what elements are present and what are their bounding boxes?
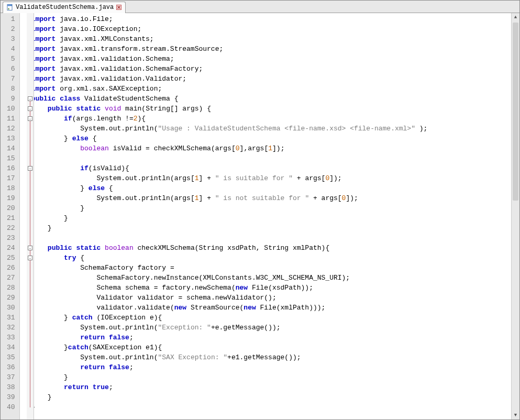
code-line[interactable]: validator.validate(new StreamSource(new …	[27, 303, 511, 313]
fold-cell	[27, 303, 34, 313]
code-line[interactable]: public static boolean checkXMLSchema(Str…	[27, 243, 511, 253]
fold-cell	[27, 84, 34, 94]
code-line[interactable]: import javax.xml.validation.Validator;	[27, 74, 511, 84]
code-line[interactable]: } else {	[27, 134, 511, 143]
fold-cell	[27, 193, 34, 203]
code-line[interactable]: import org.xml.sax.SAXException;	[27, 84, 511, 94]
line-number: 10	[1, 104, 19, 114]
editor-window: ValidateStudentSchema.java 1234567891011…	[0, 0, 520, 420]
code-line[interactable]: }	[27, 213, 511, 223]
code-line[interactable]: }	[27, 203, 511, 213]
fold-cell	[27, 124, 34, 134]
fold-toggle-icon[interactable]: -	[28, 96, 32, 101]
scrollbar-thumb[interactable]	[513, 23, 518, 201]
code-line[interactable]: Validator validator = schema.newValidato…	[27, 293, 511, 303]
line-number: 12	[1, 124, 19, 134]
fold-cell	[27, 143, 34, 153]
code-line[interactable]: SchemaFactory.newInstance(XMLConstants.W…	[27, 273, 511, 283]
code-line[interactable]: }	[27, 223, 511, 233]
code-line[interactable]: System.out.println(args[1] + " is suitab…	[27, 173, 511, 183]
line-number: 19	[1, 193, 19, 203]
svg-point-2	[8, 8, 9, 9]
file-icon	[6, 4, 14, 11]
line-number: 26	[1, 263, 19, 273]
code-line[interactable]	[27, 233, 511, 243]
line-number: 21	[1, 213, 19, 223]
fold-cell	[27, 223, 34, 233]
line-number: 9	[1, 94, 19, 104]
line-number: 30	[1, 303, 19, 313]
line-number: 35	[1, 352, 19, 362]
fold-column: ------	[27, 13, 34, 419]
fold-cell: -	[27, 114, 34, 124]
code-line[interactable]: return true;	[27, 382, 511, 392]
source-code[interactable]: import java.io.File;import java.io.IOExc…	[27, 13, 511, 419]
code-line[interactable]: }	[27, 372, 511, 382]
code-line[interactable]: System.out.println("Exception: "+e.getMe…	[27, 323, 511, 333]
fold-toggle-icon[interactable]: -	[28, 256, 32, 260]
fold-cell: -	[27, 104, 34, 114]
code-line[interactable]: public class ValidateStudentSchema {	[27, 94, 511, 104]
fold-cell	[27, 24, 34, 34]
line-number: 17	[1, 173, 19, 183]
fold-cell	[27, 173, 34, 183]
line-number: 33	[1, 333, 19, 342]
line-number: 28	[1, 283, 19, 293]
code-line[interactable]: if(isValid){	[27, 163, 511, 173]
scroll-down-icon[interactable]: ▼	[512, 411, 519, 419]
code-line[interactable]: } else {	[27, 183, 511, 193]
fold-cell	[27, 293, 34, 303]
code-line[interactable]: boolean isValid = checkXMLSchema(args[0]…	[27, 143, 511, 153]
code-line[interactable]: import java.io.IOException;	[27, 24, 511, 34]
file-tab[interactable]: ValidateStudentSchema.java	[3, 2, 126, 13]
line-number: 22	[1, 223, 19, 233]
fold-cell: -	[27, 94, 34, 104]
code-line[interactable]: public static void main(String[] args) {	[27, 104, 511, 114]
close-icon[interactable]	[116, 4, 122, 10]
code-line[interactable]: import javax.xml.XMLConstants;	[27, 34, 511, 44]
fold-cell	[27, 153, 34, 163]
code-line[interactable]: }	[27, 392, 511, 402]
code-line[interactable]: System.out.println(args[1] + " is not su…	[27, 193, 511, 203]
code-line[interactable]: import javax.xml.transform.stream.Stream…	[27, 44, 511, 54]
code-line[interactable]: import javax.xml.validation.SchemaFactor…	[27, 64, 511, 74]
line-number: 24	[1, 243, 19, 253]
fold-toggle-icon[interactable]: -	[28, 166, 32, 171]
line-number: 8	[1, 84, 19, 94]
code-line[interactable]: } catch (IOException e){	[27, 313, 511, 323]
line-number: 3	[1, 34, 19, 44]
line-number: 27	[1, 273, 19, 283]
line-number: 39	[1, 392, 19, 402]
code-line[interactable]: try {	[27, 253, 511, 263]
fold-cell	[27, 14, 34, 24]
code-line[interactable]: import java.io.File;	[27, 14, 511, 24]
code-line[interactable]: return false;	[27, 333, 511, 342]
line-number: 14	[1, 143, 19, 153]
code-line[interactable]: import javax.xml.validation.Schema;	[27, 54, 511, 64]
code-line[interactable]: SchemaFactory factory =	[27, 263, 511, 273]
fold-toggle-icon[interactable]: -	[28, 116, 32, 121]
vertical-scrollbar[interactable]: ▲ ▼	[511, 13, 519, 419]
code-line[interactable]: }catch(SAXException e1){	[27, 342, 511, 352]
fold-cell	[27, 263, 34, 273]
fold-cell	[27, 54, 34, 64]
fold-cell	[27, 213, 34, 223]
code-area[interactable]: 1234567891011121314151617181920212223242…	[1, 13, 519, 419]
fold-toggle-icon[interactable]: -	[28, 246, 32, 250]
fold-cell	[27, 372, 34, 382]
code-line[interactable]: }	[27, 402, 511, 412]
line-number: 6	[1, 64, 19, 74]
fold-toggle-icon[interactable]: -	[28, 106, 32, 111]
code-line[interactable]	[27, 153, 511, 163]
code-line[interactable]: if(args.length !=2){	[27, 114, 511, 124]
fold-cell	[27, 273, 34, 283]
code-line[interactable]: Schema schema = factory.newSchema(new Fi…	[27, 283, 511, 293]
code-line[interactable]: return false;	[27, 362, 511, 372]
code-line[interactable]: System.out.println("Usage : ValidateStud…	[27, 124, 511, 134]
line-number: 32	[1, 323, 19, 333]
code-line[interactable]: System.out.println("SAX Exception: "+e1.…	[27, 352, 511, 362]
scroll-up-icon[interactable]: ▲	[512, 13, 519, 21]
line-number: 2	[1, 24, 19, 34]
line-number: 38	[1, 382, 19, 392]
line-number: 23	[1, 233, 19, 243]
